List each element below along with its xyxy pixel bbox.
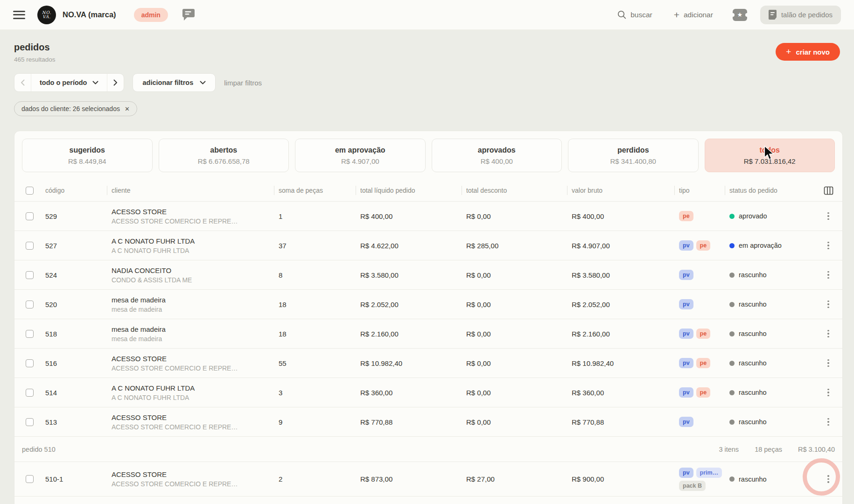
search-icon xyxy=(617,10,626,19)
type-badge-pv: pv xyxy=(679,387,693,398)
type-cell: pvpe xyxy=(674,358,725,368)
row-checkbox[interactable] xyxy=(26,418,34,426)
add-button[interactable]: + adicionar xyxy=(674,11,713,19)
row-checkbox[interactable] xyxy=(26,389,34,397)
brand-logo[interactable]: NO. VA. xyxy=(37,6,56,24)
client-cell: ACESSO STORE ACESSO STORE COMERCIO E REP… xyxy=(107,413,274,431)
menu-icon[interactable] xyxy=(13,11,25,19)
type-badge-pe: pe xyxy=(696,240,711,251)
select-all-checkbox[interactable] xyxy=(26,187,34,195)
column-valor-bruto: valor bruto xyxy=(567,185,674,196)
status-cell: rascunho xyxy=(725,359,814,367)
row-menu-icon[interactable] xyxy=(825,386,832,399)
status-cell: rascunho xyxy=(725,476,814,483)
client-name: mesa de madeira xyxy=(112,325,274,333)
row-checkbox[interactable] xyxy=(26,242,34,250)
order-code: 524 xyxy=(41,271,107,279)
group-pieces: 18 peças xyxy=(755,446,782,453)
gross-value: R$ 3.580,00 xyxy=(567,271,674,279)
row-checkbox[interactable] xyxy=(26,330,34,338)
client-cell: ACESSO STORE ACESSO STORE COMERCIO E REP… xyxy=(107,503,274,504)
summary-card-todos[interactable]: todos R$ 7.031.816,42 xyxy=(705,139,835,172)
client-company: ACESSO STORE COMERCIO E REPRE… xyxy=(112,364,266,372)
status-dot xyxy=(729,243,735,248)
status-label: rascunho xyxy=(739,330,767,337)
row-check-cell xyxy=(14,418,41,426)
row-checkbox[interactable] xyxy=(26,271,34,279)
row-menu-icon[interactable] xyxy=(825,415,832,429)
search-button[interactable]: buscar xyxy=(617,10,652,19)
gross-value: R$ 10.982,40 xyxy=(567,359,674,367)
summary-card-perdidos[interactable]: perdidos R$ 341.400,80 xyxy=(568,139,699,172)
table-row[interactable]: 529 ACESSO STORE ACESSO STORE COMERCIO E… xyxy=(14,201,842,231)
status-label: rascunho xyxy=(739,271,767,279)
pieces-sum: 9 xyxy=(274,418,356,426)
summary-card-abertos[interactable]: abertos R$ 6.676.658,78 xyxy=(159,139,289,172)
type-badges: pvpe xyxy=(679,387,724,398)
row-actions xyxy=(814,415,842,429)
status-label: aprovado xyxy=(739,212,767,220)
order-group-row[interactable]: pedido 510 3 itens 18 peças R$ 3.100,40 xyxy=(14,436,842,462)
row-menu-icon[interactable] xyxy=(825,268,832,282)
row-actions xyxy=(814,327,842,341)
create-new-button[interactable]: + criar novo xyxy=(776,43,840,61)
summary-card-value: R$ 400,00 xyxy=(481,157,513,165)
active-filter-chip[interactable]: dados do cliente: 26 selecionados ✕ xyxy=(14,101,137,116)
client-cell: mesa de madeira mesa de madeira xyxy=(107,325,274,343)
row-checkbox[interactable] xyxy=(26,475,34,483)
discount-total: R$ 0,00 xyxy=(462,418,567,426)
summary-card-aprovados[interactable]: aprovados R$ 400,00 xyxy=(432,139,562,172)
period-dropdown[interactable]: todo o período xyxy=(31,74,107,91)
column-codigo: código xyxy=(41,185,107,196)
pieces-sum: 2 xyxy=(274,475,356,483)
table-row[interactable]: 513 ACESSO STORE ACESSO STORE COMERCIO E… xyxy=(14,407,842,436)
order-code: 516 xyxy=(41,359,107,367)
order-code: 518 xyxy=(41,330,107,338)
row-menu-icon[interactable] xyxy=(825,239,832,252)
favorites-ticket-icon[interactable]: ★ xyxy=(733,9,747,21)
row-menu-icon[interactable] xyxy=(825,472,832,486)
group-items: 3 itens xyxy=(719,446,739,453)
type-badge-prim: prim… xyxy=(696,468,722,478)
table-header: código cliente soma de peças total líqui… xyxy=(14,180,842,201)
summary-card-sugeridos[interactable]: sugeridos R$ 8.449,84 xyxy=(22,139,153,172)
client-company: CONDO & ASSIS LTDA ME xyxy=(112,276,266,284)
client-cell: A C NONATO FUHR LTDA A C NONATO FUHR LTD… xyxy=(107,384,274,401)
discount-total: R$ 0,00 xyxy=(462,359,567,367)
row-checkbox[interactable] xyxy=(26,212,34,220)
type-badge-pv: pv xyxy=(679,270,693,280)
row-menu-icon[interactable] xyxy=(825,357,832,370)
row-check-cell xyxy=(14,301,41,308)
column-total-desconto: total desconto xyxy=(462,185,567,196)
remove-filter-icon[interactable]: ✕ xyxy=(125,105,130,112)
row-menu-icon[interactable] xyxy=(825,210,832,223)
table-row[interactable]: 518 mesa de madeira mesa de madeira 18 R… xyxy=(14,319,842,348)
net-total: R$ 3.580,00 xyxy=(356,271,462,279)
table-row[interactable]: 510-2 ACESSO STORE ACESSO STORE COMERCIO… xyxy=(14,496,842,504)
discount-total: R$ 27,00 xyxy=(462,475,567,483)
table-row[interactable]: 524 NADIA CONCEITO CONDO & ASSIS LTDA ME… xyxy=(14,260,842,289)
clear-filters-link[interactable]: limpar filtros xyxy=(224,79,262,87)
receipt-icon xyxy=(769,10,777,20)
group-summary: 3 itens 18 peças R$ 3.100,40 xyxy=(719,446,835,453)
order-pad-button[interactable]: talão de pedidos xyxy=(760,6,841,24)
status-label: rascunho xyxy=(739,301,767,308)
add-filters-button[interactable]: adicionar filtros xyxy=(133,73,216,92)
table-row[interactable]: 516 ACESSO STORE ACESSO STORE COMERCIO E… xyxy=(14,348,842,378)
period-prev-button[interactable] xyxy=(14,74,31,91)
table-row[interactable]: 527 A C NONATO FUHR LTDA A C NONATO FUHR… xyxy=(14,231,842,260)
row-menu-icon[interactable] xyxy=(825,298,832,311)
column-settings-icon[interactable] xyxy=(814,186,842,196)
row-menu-icon[interactable] xyxy=(825,327,832,341)
discount-total: R$ 0,00 xyxy=(462,389,567,397)
summary-card-value: R$ 4.907,00 xyxy=(341,157,379,165)
row-checkbox[interactable] xyxy=(26,301,34,308)
discount-total: R$ 0,00 xyxy=(462,212,567,220)
table-row[interactable]: 514 A C NONATO FUHR LTDA A C NONATO FUHR… xyxy=(14,378,842,407)
table-row[interactable]: 510-1 ACESSO STORE ACESSO STORE COMERCIO… xyxy=(14,462,842,496)
summary-card-em-aprovação[interactable]: em aprovação R$ 4.907,00 xyxy=(295,139,426,172)
chat-icon[interactable] xyxy=(182,8,195,21)
row-checkbox[interactable] xyxy=(26,359,34,367)
period-next-button[interactable] xyxy=(107,74,124,91)
table-row[interactable]: 520 mesa de madeira mesa de madeira 18 R… xyxy=(14,289,842,319)
